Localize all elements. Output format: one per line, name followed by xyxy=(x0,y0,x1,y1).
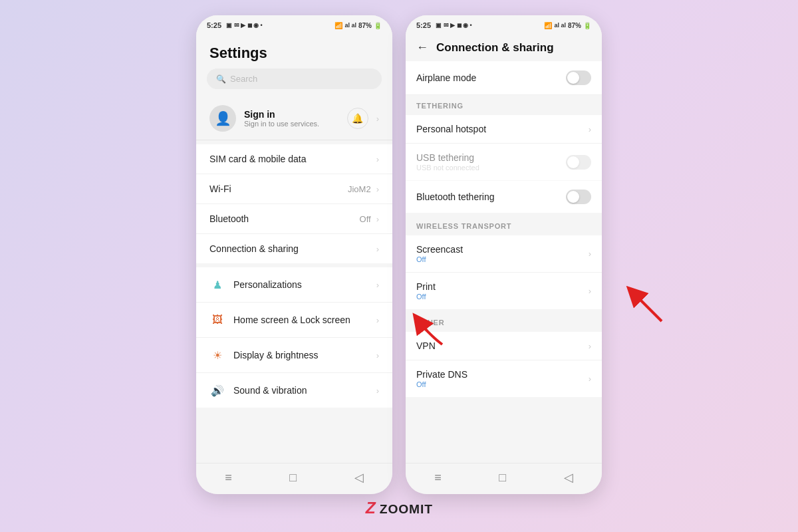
avatar: 👤 xyxy=(209,105,236,132)
print-chevron: › xyxy=(589,286,591,296)
homescreen-chevron: › xyxy=(376,315,379,325)
personalizations-item[interactable]: ♟ Personalizations › xyxy=(196,267,392,303)
usb-tethering-toggle[interactable] xyxy=(566,155,591,170)
sound-icon: 🔊 xyxy=(209,382,225,398)
airplane-label: Airplane mode xyxy=(416,72,476,83)
left-time: 5:25 xyxy=(207,21,221,29)
personal-hotspot-chevron: › xyxy=(589,124,591,134)
right-status-bar: 5:25 ▣ ✉ ▶ ◼ ◉ • 📶 al al 87% 🔋 xyxy=(406,15,602,34)
left-nav-home[interactable]: □ xyxy=(289,471,297,485)
wifi-item[interactable]: Wi-Fi JioM2 › xyxy=(196,174,392,204)
personalizations-icon: ♟ xyxy=(209,277,225,293)
private-dns-sub: Off xyxy=(416,380,589,388)
screencast-item[interactable]: Screencast Off › xyxy=(406,235,602,273)
bluetooth-item[interactable]: Bluetooth Off › xyxy=(196,204,392,234)
airplane-toggle-knob xyxy=(567,72,579,84)
left-battery: 87% xyxy=(358,22,372,29)
personalizations-chevron: › xyxy=(376,280,379,290)
signin-subtitle: Sign in to use services. xyxy=(244,120,339,128)
right-signal: al al xyxy=(554,22,566,29)
airplane-toggle[interactable] xyxy=(566,70,591,85)
usb-tethering-label: USB tethering xyxy=(416,152,566,163)
left-nav-back[interactable]: ◁ xyxy=(354,470,364,485)
left-nav-bar: ≡ □ ◁ xyxy=(196,463,392,494)
bluetooth-chevron: › xyxy=(376,214,379,224)
signin-row[interactable]: 👤 Sign in Sign in to use services. 🔔 › xyxy=(196,97,392,140)
svg-text:Z: Z xyxy=(364,499,376,517)
bluetooth-label: Bluetooth xyxy=(209,213,249,224)
usb-toggle-knob xyxy=(567,156,579,168)
print-sub: Off xyxy=(416,293,589,301)
display-item[interactable]: ☀ Display & brightness › xyxy=(196,338,392,373)
right-wifi-icon: 📶 xyxy=(544,22,552,29)
connection-chevron: › xyxy=(376,244,379,254)
right-time: 5:25 xyxy=(416,21,431,29)
usb-tethering-sub: USB not connected xyxy=(416,164,566,172)
other-section-label: OTHER xyxy=(406,312,602,329)
connection-label: Connection & sharing xyxy=(209,243,299,254)
main-settings-section: SIM card & mobile data › Wi-Fi JioM2 › xyxy=(196,144,392,263)
display-icon: ☀ xyxy=(209,347,225,363)
screencast-chevron: › xyxy=(589,249,591,259)
zoomit-logo: Z ZOOMIT xyxy=(364,498,434,517)
signin-text: Sign in Sign in to use services. xyxy=(244,109,339,128)
page-title: Connection & sharing xyxy=(436,41,554,55)
right-nav-home[interactable]: □ xyxy=(499,471,506,485)
sim-chevron: › xyxy=(376,154,379,164)
wifi-label: Wi-Fi xyxy=(209,184,231,194)
homescreen-label: Home screen & Lock screen xyxy=(233,315,350,325)
search-placeholder: Search xyxy=(230,74,257,84)
wifi-chevron: › xyxy=(376,184,379,194)
vpn-item[interactable]: VPN › xyxy=(406,332,602,360)
bluetooth-value: Off xyxy=(360,214,371,224)
bell-icon: 🔔 xyxy=(347,108,368,129)
bluetooth-tethering-item[interactable]: Bluetooth tethering xyxy=(406,181,602,213)
zoomit-logo-bar: Z ZOOMIT xyxy=(364,498,434,517)
right-phone-content: ← Connection & sharing Airplane mode TET… xyxy=(406,34,602,463)
personal-hotspot-item[interactable]: Personal hotspot › xyxy=(406,115,602,144)
usb-tethering-item[interactable]: USB tethering USB not connected xyxy=(406,144,602,181)
back-button[interactable]: ← xyxy=(416,41,428,55)
connection-item[interactable]: Connection & sharing › xyxy=(196,234,392,263)
right-nav-back[interactable]: ◁ xyxy=(564,470,573,485)
left-battery-icon: 🔋 xyxy=(374,22,382,29)
sound-label: Sound & vibration xyxy=(233,385,307,396)
wireless-section: Screencast Off › Print Off › xyxy=(406,235,602,309)
left-wifi-icon: 📶 xyxy=(334,22,342,29)
personal-hotspot-label: Personal hotspot xyxy=(416,124,589,134)
sound-item[interactable]: 🔊 Sound & vibration › xyxy=(196,373,392,408)
print-label: Print xyxy=(416,281,589,292)
display-label: Display & brightness xyxy=(233,350,319,360)
svg-text:ZOOMIT: ZOOMIT xyxy=(379,502,432,516)
sim-label: SIM card & mobile data xyxy=(209,154,307,164)
vpn-chevron: › xyxy=(589,341,591,351)
right-nav-menu[interactable]: ≡ xyxy=(434,471,442,485)
private-dns-chevron: › xyxy=(589,374,591,384)
homescreen-item[interactable]: 🖼 Home screen & Lock screen › xyxy=(196,303,392,338)
tethering-section: Personal hotspot › USB tethering USB not… xyxy=(406,115,602,213)
right-battery: 87% xyxy=(568,22,581,29)
print-item[interactable]: Print Off › xyxy=(406,273,602,309)
bt-toggle-knob xyxy=(567,191,579,203)
search-icon: 🔍 xyxy=(216,74,226,84)
search-bar[interactable]: 🔍 Search xyxy=(207,68,382,89)
phones-wrapper: 5:25 ▣ ✉ ▶ ◼ ◉ • 📶 al al 87% 🔋 Settings … xyxy=(196,15,602,494)
sound-chevron: › xyxy=(376,386,379,396)
left-phone: 5:25 ▣ ✉ ▶ ◼ ◉ • 📶 al al 87% 🔋 Settings … xyxy=(196,15,392,494)
left-signal: al al xyxy=(344,22,356,29)
bluetooth-tethering-label: Bluetooth tethering xyxy=(416,192,566,202)
right-battery-icon: 🔋 xyxy=(583,22,591,29)
page-header: ← Connection & sharing xyxy=(406,34,602,61)
bluetooth-tethering-toggle[interactable] xyxy=(566,190,591,204)
tethering-section-label: TETHERING xyxy=(406,95,602,112)
airplane-mode-row[interactable]: Airplane mode xyxy=(406,61,602,95)
personalization-section: ♟ Personalizations › 🖼 Home screen & Loc… xyxy=(196,267,392,408)
personalizations-label: Personalizations xyxy=(233,279,302,290)
left-phone-content: Settings 🔍 Search 👤 Sign in Sign in to u… xyxy=(196,34,392,463)
right-nav-bar: ≡ □ ◁ xyxy=(406,463,602,494)
signin-chevron: › xyxy=(376,114,379,124)
left-nav-menu[interactable]: ≡ xyxy=(225,471,232,485)
sim-item[interactable]: SIM card & mobile data › xyxy=(196,144,392,174)
vpn-label: VPN xyxy=(416,340,589,351)
private-dns-item[interactable]: Private DNS Off › xyxy=(406,360,602,397)
